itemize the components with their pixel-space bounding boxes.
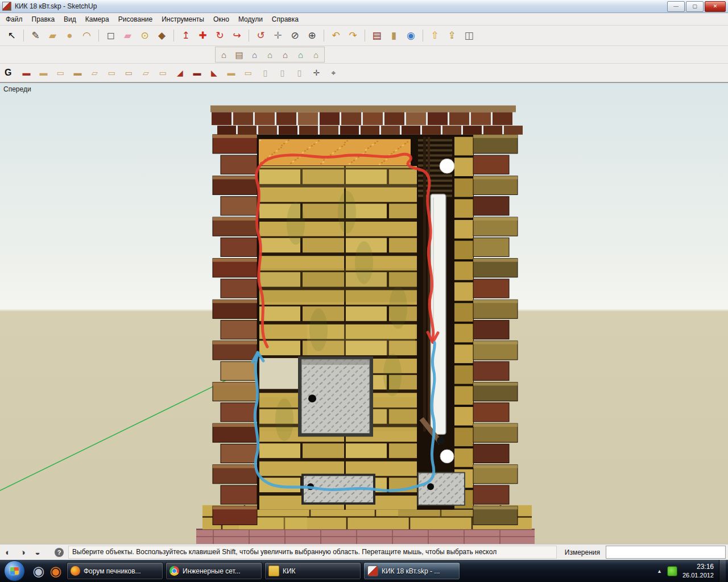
quicklaunch-browser[interactable]: ◉ [47,562,64,580]
menu-item-label: Модули [238,15,263,23]
brick-flat-2[interactable]: ▭ [104,65,119,81]
panel-1[interactable]: ▯ [257,65,273,81]
zoom-extents-tool[interactable]: ⊕ [304,27,320,44]
task-engineering[interactable]: Инженерные сет... [166,562,262,580]
brick-wedge[interactable]: ◢ [172,65,188,81]
select-tool[interactable]: ↖ [3,27,20,44]
menu-edit[interactable]: Правка [27,14,60,24]
menu-draw[interactable]: Рисование [114,14,157,24]
right-view[interactable]: ⌂ [262,48,278,61]
iso-view[interactable]: ⌂ [216,48,231,61]
tool-icon: ⇧ [431,31,439,40]
eraser-tool[interactable]: ▰ [119,27,136,44]
rectangle-tool[interactable]: ▰ [44,27,61,44]
geolocation-icon[interactable]: ◐ [2,547,14,558]
task-sketchup[interactable]: КИК 18 кВт.skp - ... [363,562,460,580]
toolbar-main: ↖✎▰●◠◻▰⊙◆↥✚↻↪↺✛⊘⊕↶↷▤▮◉⇧⇪◫ [0,26,728,46]
credits-icon[interactable]: ◑ [17,547,28,558]
line-tool[interactable]: ✎ [27,27,44,44]
offset-tool[interactable]: ↪ [229,27,245,44]
taskbar-button-icon [71,566,80,576]
tool-icon: ✎ [31,31,39,40]
pan-tool[interactable]: ✛ [270,27,286,44]
get-models-tool[interactable]: ⇧ [427,27,443,44]
menu-file[interactable]: Файл [1,14,27,24]
dimension-tool[interactable]: ⌖ [325,65,341,81]
brick-flat-3[interactable]: ▭ [121,65,136,81]
brick-red-full[interactable]: ▬ [189,65,205,81]
next-view-tool[interactable]: ↷ [345,27,361,44]
circle-tool[interactable]: ● [61,27,78,44]
push-pull-tool[interactable]: ↥ [177,27,194,44]
task-forum[interactable]: Форум печников... [67,562,163,580]
zoom-tool[interactable]: ⊘ [287,27,303,44]
axis-tool[interactable]: ✛ [308,65,324,81]
tray-network-icon[interactable] [667,566,677,576]
taskbar-button-icon [268,566,279,576]
view-icon: ⌂ [283,51,288,59]
menu-item-label: Правка [32,15,55,23]
tool-icon: ▮ [391,31,396,40]
tool-icon: ⇪ [448,31,456,40]
quicklaunch-media[interactable]: ◉ [30,562,47,580]
bottom-view[interactable]: ⌂ [308,48,324,61]
previous-view-tool[interactable]: ↶ [328,27,344,44]
status-icon-glyph: ◐ [5,547,10,557]
make-component-tool[interactable]: ◻ [102,27,119,44]
status-icon-glyph: ◒ [35,547,40,557]
brick-tan-1[interactable]: ▬ [223,65,239,81]
arc-tool[interactable]: ◠ [78,27,95,44]
tool-icon: ↶ [332,31,340,40]
maximize-button[interactable]: ▢ [686,1,704,12]
brick-flat-5[interactable]: ▭ [155,65,171,81]
paint-bucket-tool[interactable]: ◆ [154,27,170,44]
left-view[interactable]: ⌂ [293,48,308,61]
measurements-input[interactable] [606,546,726,559]
brick-icon: ▯ [280,69,285,77]
panel-3[interactable]: ▯ [291,65,307,81]
panel-2[interactable]: ▯ [274,65,290,81]
share-model-tool[interactable]: ⇪ [444,27,460,44]
menu-camera[interactable]: Камера [81,14,114,24]
orbit-tool[interactable]: ↺ [253,27,269,44]
brick-flat-1[interactable]: ▱ [86,65,102,81]
tray-clock[interactable]: 23:16 26.01.2012 [682,563,714,580]
top-view[interactable]: ▤ [231,48,247,61]
menu-view[interactable]: Вид [59,14,81,24]
bricks-model-tool[interactable]: ▤ [369,27,385,44]
menu-plugins[interactable]: Модули [234,14,267,24]
tape-measure-tool[interactable]: ⊙ [136,27,153,44]
viewport[interactable]: Спереди [0,82,728,544]
brick-icon: ▭ [245,69,252,77]
menu-help[interactable]: Справка [267,14,303,24]
brick-full[interactable]: ▬ [18,65,34,81]
google-earth-tool[interactable]: ◉ [403,27,419,44]
tool-icon: ⊙ [140,31,148,40]
menu-window[interactable]: Окно [209,14,234,24]
claim-icon[interactable]: ◒ [32,547,43,558]
brick-flat-4[interactable]: ▱ [138,65,154,81]
model-canvas[interactable] [0,83,728,544]
show-desktop-button[interactable] [719,560,726,582]
task-kik-folder[interactable]: КИК [264,562,361,580]
component-browser-tool[interactable]: ◫ [461,27,477,44]
tool-icon: ◉ [407,31,415,40]
start-button[interactable] [4,560,25,581]
brick-red-wedge[interactable]: ◣ [206,65,222,81]
brick-quarter[interactable]: ▭ [52,65,68,81]
windows-flag-icon [10,567,19,575]
rotate-tool[interactable]: ↻ [212,27,228,44]
brick-tan-2[interactable]: ▭ [240,65,256,81]
brick-half[interactable]: ▬ [35,65,51,81]
minimize-button[interactable]: — [667,1,685,12]
help-icon[interactable]: ? [55,548,64,557]
front-view[interactable]: ⌂ [247,48,262,61]
move-tool[interactable]: ✚ [195,27,211,44]
column-tool[interactable]: ▮ [386,27,402,44]
back-view[interactable]: ⌂ [278,48,293,61]
close-button[interactable]: ✕ [705,1,726,12]
tool-icon: ▰ [124,31,131,40]
tray-expand-icon[interactable]: ▲ [657,568,662,574]
menu-tools[interactable]: Инструменты [157,14,209,24]
brick-three-quarter[interactable]: ▬ [69,65,85,81]
